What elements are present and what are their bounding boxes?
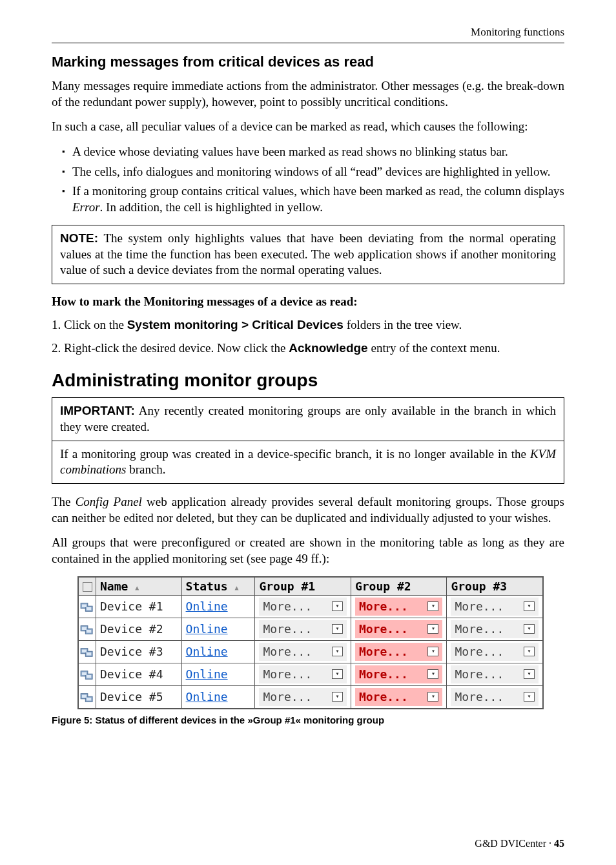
- col-group-1[interactable]: Group #1: [255, 577, 351, 595]
- dropdown-icon[interactable]: ▾: [427, 601, 438, 611]
- monitoring-table: Name ▲ Status ▲ Group #1 Group #2 Group …: [78, 577, 543, 709]
- status-link[interactable]: Online: [186, 690, 228, 703]
- col-group-3[interactable]: Group #3: [447, 577, 543, 595]
- group1-cell[interactable]: More...▾: [255, 618, 351, 640]
- device-icon-cell[interactable]: [79, 685, 96, 708]
- bullet-item: The cells, info dialogues and monitoring…: [62, 164, 564, 180]
- device-icon-cell[interactable]: [79, 595, 96, 618]
- group1-cell[interactable]: More...▾: [255, 595, 351, 618]
- sort-asc-icon: ▲: [234, 583, 238, 590]
- svg-rect-7: [87, 630, 91, 633]
- device-name-cell: Device #2: [96, 618, 182, 640]
- svg-rect-3: [87, 607, 91, 610]
- dropdown-icon[interactable]: ▾: [524, 601, 535, 611]
- svg-rect-14: [82, 672, 87, 676]
- device-name-cell: Device #3: [96, 640, 182, 663]
- dropdown-icon[interactable]: ▾: [332, 669, 343, 679]
- marking-bullets: A device whose deviating values have bee…: [52, 144, 564, 216]
- dropdown-icon[interactable]: ▾: [332, 647, 343, 656]
- header-rule: [52, 43, 564, 43]
- table-row[interactable]: Device #2OnlineMore...▾More...▾More...▾: [79, 618, 543, 640]
- svg-rect-10: [82, 650, 87, 653]
- important-text-1: Any recently created monitoring groups a…: [60, 404, 556, 433]
- table-row[interactable]: Device #5OnlineMore...▾More...▾More...▾: [79, 685, 543, 708]
- table-header-row: Name ▲ Status ▲ Group #1 Group #2 Group …: [79, 577, 543, 595]
- admin-heading: Administrating monitor groups: [52, 370, 564, 391]
- group2-cell[interactable]: More...▾: [351, 618, 447, 640]
- header-section-label: Monitoring functions: [52, 26, 564, 43]
- svg-rect-2: [82, 605, 87, 608]
- important-label: IMPORTANT:: [60, 404, 135, 417]
- group3-cell[interactable]: More...▾: [447, 618, 543, 640]
- device-status-cell: Online: [181, 595, 255, 618]
- dropdown-icon[interactable]: ▾: [524, 669, 535, 679]
- group2-cell[interactable]: More...▾: [351, 685, 447, 708]
- group2-cell[interactable]: More...▾: [351, 663, 447, 685]
- note-box: NOTE: The system only highlights values …: [52, 225, 564, 284]
- footer-page-number: 45: [554, 838, 564, 849]
- dropdown-icon[interactable]: ▾: [524, 624, 535, 634]
- group3-cell[interactable]: More...▾: [447, 595, 543, 618]
- group1-cell[interactable]: More...▾: [255, 663, 351, 685]
- device-status-cell: Online: [181, 640, 255, 663]
- page-footer: G&D DVICenter · 45: [475, 838, 564, 849]
- table-row[interactable]: Device #4OnlineMore...▾More...▾More...▾: [79, 663, 543, 685]
- howto-heading: How to mark the Monitoring messages of a…: [52, 295, 564, 309]
- admin-para-2: All groups that were preconfigured or cr…: [52, 535, 564, 567]
- select-all-header[interactable]: [79, 577, 96, 595]
- bullet-item: A device whose deviating values have bee…: [62, 144, 564, 160]
- device-status-cell: Online: [181, 685, 255, 708]
- step-1: 1. Click on the System monitoring > Crit…: [52, 317, 564, 333]
- footer-product: G&D DVICenter ·: [475, 838, 554, 849]
- svg-rect-6: [82, 627, 87, 631]
- dropdown-icon[interactable]: ▾: [332, 692, 343, 702]
- group2-cell[interactable]: More...▾: [351, 640, 447, 663]
- device-icon-cell[interactable]: [79, 640, 96, 663]
- dropdown-icon[interactable]: ▾: [524, 647, 535, 656]
- important-box: IMPORTANT: Any recently created monitori…: [52, 397, 564, 484]
- dropdown-icon[interactable]: ▾: [427, 647, 438, 656]
- svg-rect-11: [87, 652, 91, 656]
- table-row[interactable]: Device #3OnlineMore...▾More...▾More...▾: [79, 640, 543, 663]
- status-link[interactable]: Online: [186, 667, 228, 681]
- table-row[interactable]: Device #1OnlineMore...▾More...▾More...▾: [79, 595, 543, 618]
- col-name[interactable]: Name ▲: [96, 577, 182, 595]
- col-status[interactable]: Status ▲: [181, 577, 255, 595]
- marking-para-1: Many messages require immediate actions …: [52, 78, 564, 110]
- group1-cell[interactable]: More...▾: [255, 685, 351, 708]
- dropdown-icon[interactable]: ▾: [427, 624, 438, 634]
- status-link[interactable]: Online: [186, 599, 228, 613]
- important-divider: [52, 441, 564, 441]
- status-link[interactable]: Online: [186, 622, 228, 636]
- device-status-cell: Online: [181, 663, 255, 685]
- dropdown-icon[interactable]: ▾: [427, 692, 438, 702]
- device-status-cell: Online: [181, 618, 255, 640]
- svg-rect-19: [87, 698, 91, 701]
- status-link[interactable]: Online: [186, 645, 228, 658]
- dropdown-icon[interactable]: ▾: [332, 601, 343, 611]
- device-name-cell: Device #1: [96, 595, 182, 618]
- figure-caption: Figure 5: Status of different devices in…: [52, 714, 564, 725]
- sort-asc-icon: ▲: [135, 583, 139, 590]
- device-icon-cell[interactable]: [79, 618, 96, 640]
- group3-cell[interactable]: More...▾: [447, 663, 543, 685]
- note-text: The system only highlights values that h…: [60, 231, 556, 276]
- marking-para-2: In such a case, all peculiar values of a…: [52, 119, 564, 135]
- checkbox-icon[interactable]: [83, 582, 92, 592]
- group3-cell[interactable]: More...▾: [447, 640, 543, 663]
- device-name-cell: Device #5: [96, 685, 182, 708]
- device-name-cell: Device #4: [96, 663, 182, 685]
- admin-para-1: The Config Panel web application already…: [52, 494, 564, 526]
- group2-cell[interactable]: More...▾: [351, 595, 447, 618]
- device-icon-cell[interactable]: [79, 663, 96, 685]
- monitoring-table-wrap: Name ▲ Status ▲ Group #1 Group #2 Group …: [77, 576, 544, 709]
- dropdown-icon[interactable]: ▾: [332, 624, 343, 634]
- dropdown-icon[interactable]: ▾: [427, 669, 438, 679]
- note-label: NOTE:: [60, 231, 98, 245]
- dropdown-icon[interactable]: ▾: [524, 692, 535, 702]
- col-group-2[interactable]: Group #2: [351, 577, 447, 595]
- bullet-item: If a monitoring group contains critical …: [62, 183, 564, 215]
- group3-cell[interactable]: More...▾: [447, 685, 543, 708]
- group1-cell[interactable]: More...▾: [255, 640, 351, 663]
- svg-rect-18: [82, 695, 87, 698]
